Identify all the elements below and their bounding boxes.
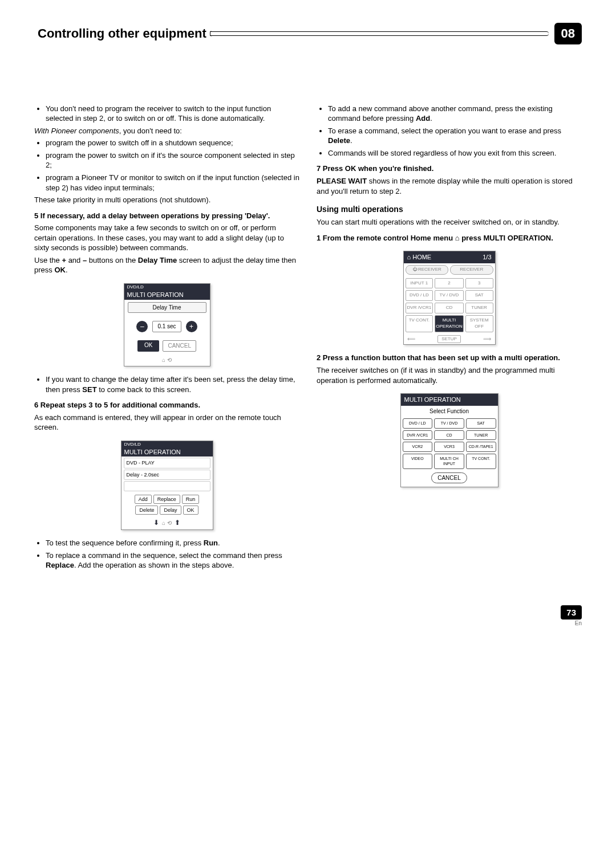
home-cell-tv[interactable]: TV / DVD — [435, 290, 464, 301]
run-note: To test the sequence before confirming i… — [46, 538, 299, 548]
language-label: En — [34, 620, 582, 627]
pioneer-bullet: program the power to switch on if it's t… — [46, 150, 299, 170]
page-number: 73 — [561, 605, 582, 620]
using-multi-heading: Using multi operations — [317, 204, 582, 215]
ok-button[interactable]: OK — [137, 340, 159, 352]
home-cell-tuner[interactable]: TUNER — [465, 303, 493, 313]
step-7-heading: 7 Press OK when you're finished. — [317, 164, 582, 174]
setup-button[interactable]: SETUP — [437, 335, 461, 344]
delay-value: 0.1 sec — [152, 321, 181, 332]
step-1-heading: 1 From the remote control Home menu ⌂ pr… — [317, 233, 582, 243]
footer-icons: ⌂ ⟲ — [124, 355, 210, 366]
home-cell-2[interactable]: 2 — [435, 278, 464, 289]
func-vcr3[interactable]: VCR3 — [434, 442, 464, 451]
func-multich[interactable]: MULTI CH INPUT — [434, 454, 464, 469]
step-6-text: As each command is entered, they will ap… — [34, 413, 299, 433]
home-cell-3[interactable]: 3 — [465, 278, 493, 289]
func-vcr2[interactable]: VCR2 — [403, 442, 433, 451]
receiver-button[interactable]: RECEIVER — [450, 265, 493, 275]
using-multi-text: You can start multi operations with the … — [317, 217, 582, 227]
func-tv[interactable]: TV / DVD — [434, 418, 464, 428]
command-row[interactable]: DVD - PLAY — [124, 458, 210, 468]
receiver-power-button[interactable]: ⏻ RECEIVER — [406, 265, 449, 275]
screen-title: MULTI OPERATION — [401, 394, 498, 406]
chapter-number-badge: 08 — [554, 23, 582, 44]
func-dvr[interactable]: DVR /VCR1 — [403, 430, 433, 440]
screen-context: DVD/LD — [127, 284, 207, 291]
run-button[interactable]: Run — [182, 495, 200, 504]
step-7-text: PLEASE WAIT shows in the remote display … — [317, 176, 582, 196]
home-cell-sat[interactable]: SAT — [465, 290, 493, 301]
func-tuner[interactable]: TUNER — [466, 430, 496, 440]
chapter-title: Controlling other equipment — [34, 25, 210, 42]
home-cell-cd[interactable]: CD — [435, 303, 464, 313]
home-cell-input1[interactable]: INPUT 1 — [406, 278, 433, 289]
header-rule — [210, 31, 549, 36]
replace-note: To replace a command in the sequence, se… — [46, 551, 299, 570]
func-tvcont[interactable]: TV CONT. — [466, 454, 496, 469]
left-column: You don't need to program the receiver t… — [34, 101, 299, 573]
command-row-empty — [124, 481, 210, 491]
intro-bullet: You don't need to program the receiver t… — [46, 104, 299, 124]
cancel-button[interactable]: CANCEL — [431, 472, 467, 484]
minus-button[interactable]: – — [136, 321, 148, 332]
delay-time-screen: DVD/LD MULTI OPERATION Delay Time – 0.1 … — [124, 283, 210, 366]
priority-note: These take priority in multi operations … — [34, 195, 299, 205]
screen-title: MULTI OPERATION — [127, 291, 207, 299]
ok-button[interactable]: OK — [183, 506, 198, 515]
home-page-indicator: 1/3 — [483, 253, 491, 262]
replace-button[interactable]: Replace — [153, 495, 180, 504]
select-function-screen: MULTI OPERATION Select Function DVD / LD… — [400, 393, 499, 487]
cancel-button[interactable]: CANCEL — [163, 340, 196, 352]
step-6-heading: 6 Repeat steps 3 to 5 for additional com… — [34, 400, 299, 410]
func-dvd[interactable]: DVD / LD — [403, 418, 433, 428]
next-arrow-icon[interactable]: ⟹ — [483, 335, 491, 343]
step-5-instruction: Use the + and – buttons on the Delay Tim… — [34, 255, 299, 275]
page-header: Controlling other equipment 08 — [34, 23, 582, 44]
command-list-screen: DVD/LD MULTI OPERATION DVD - PLAY Delay … — [121, 441, 213, 530]
screen-title: MULTI OPERATION — [124, 448, 210, 457]
home-title: ⌂ HOME — [407, 253, 432, 262]
step-5-text: Some components may take a few seconds t… — [34, 223, 299, 253]
func-cdr[interactable]: CD-R /TAPE1 — [466, 442, 496, 451]
right-column: To add a new command above another comma… — [317, 101, 582, 573]
page-footer: 73 En — [34, 607, 582, 627]
plus-button[interactable]: + — [186, 321, 197, 332]
step-2-heading: 2 Press a function button that has been … — [317, 353, 582, 363]
home-cell-system-off[interactable]: SYSTEM OFF — [465, 315, 493, 332]
pioneer-bullet: program the power to switch off in a shu… — [46, 138, 299, 148]
pioneer-intro: With Pioneer components, you don't need … — [34, 126, 299, 136]
add-button[interactable]: Add — [135, 495, 152, 504]
home-cell-dvr[interactable]: DVR /VCR1 — [406, 303, 433, 313]
home-cell-dvd[interactable]: DVD / LD — [406, 290, 433, 301]
add-note: To add a new command above another comma… — [328, 104, 582, 124]
select-function-label: Select Function — [401, 406, 498, 417]
delete-note: To erase a command, select the operation… — [328, 126, 582, 146]
step-5-heading: 5 If necessary, add a delay between oper… — [34, 211, 299, 221]
command-row[interactable]: Delay - 2.0sec — [124, 470, 210, 480]
home-screen: ⌂ HOME 1/3 ⏻ RECEIVER RECEIVER INPUT 1 2… — [403, 251, 496, 345]
home-icon: ⌂ — [455, 233, 460, 243]
delay-note: If you want to change the delay time aft… — [46, 374, 299, 394]
func-video[interactable]: VIDEO — [403, 454, 433, 469]
step-2-text: The receiver switches on (if it was in s… — [317, 365, 582, 385]
footer-icons: ⬇ ⌂ ⟲ ⬆ — [121, 517, 213, 529]
prev-arrow-icon[interactable]: ⟸ — [407, 335, 415, 343]
func-sat[interactable]: SAT — [466, 418, 496, 428]
home-cell-tvcont[interactable]: TV CONT. — [406, 315, 433, 332]
delete-button[interactable]: Delete — [135, 506, 158, 515]
delay-time-label: Delay Time — [128, 302, 206, 313]
home-cell-multi-operation[interactable]: MULTI OPERATION — [435, 315, 464, 332]
delay-button[interactable]: Delay — [160, 506, 181, 515]
pioneer-bullet: program a Pioneer TV or monitor to switc… — [46, 173, 299, 193]
func-cd[interactable]: CD — [434, 430, 464, 440]
store-note: Commands will be stored regardless of ho… — [328, 148, 582, 158]
screen-context: DVD/LD — [124, 442, 210, 448]
